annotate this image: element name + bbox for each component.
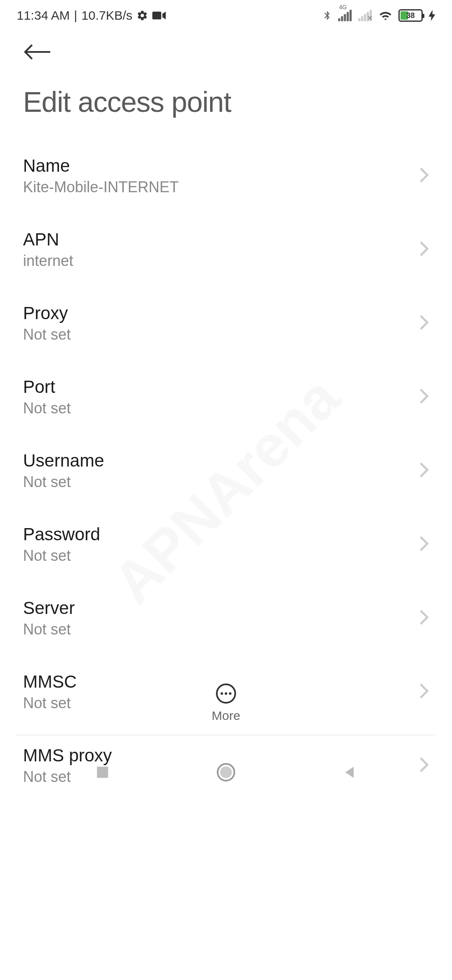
setting-value: Kite-Mobile-INTERNET: [23, 178, 419, 196]
battery-icon: 38: [398, 9, 423, 22]
setting-label: Password: [23, 524, 419, 544]
status-right: 4G 38: [322, 9, 435, 22]
status-data-rate: 10.7KB/s: [82, 8, 133, 23]
more-label: More: [212, 709, 240, 723]
setting-item-name[interactable]: Name Kite-Mobile-INTERNET: [23, 139, 429, 213]
chevron-right-icon: [419, 388, 429, 406]
setting-value: Not set: [23, 400, 419, 417]
wifi-icon: [378, 10, 393, 21]
gear-icon: [136, 10, 148, 21]
nav-back-button[interactable]: [341, 764, 358, 782]
svg-rect-12: [97, 767, 108, 778]
svg-rect-3: [344, 14, 346, 21]
svg-rect-7: [361, 16, 363, 21]
setting-item-server[interactable]: Server Not set: [23, 581, 429, 655]
setting-value: Not set: [23, 473, 419, 491]
setting-label: Name: [23, 156, 419, 176]
svg-rect-5: [349, 10, 352, 21]
setting-label: Proxy: [23, 303, 419, 323]
charging-icon: [429, 10, 435, 21]
setting-value: internet: [23, 252, 419, 270]
chevron-right-icon: [419, 462, 429, 480]
status-separator: |: [74, 8, 77, 23]
chevron-right-icon: [419, 609, 429, 627]
setting-item-password[interactable]: Password Not set: [23, 508, 429, 581]
status-left: 11:34 AM | 10.7KB/s: [17, 8, 166, 23]
setting-item-port[interactable]: Port Not set: [23, 360, 429, 434]
chevron-right-icon: [419, 240, 429, 259]
setting-label: Port: [23, 377, 419, 397]
camera-icon: [152, 10, 166, 21]
svg-rect-4: [347, 12, 349, 21]
chevron-right-icon: [419, 167, 429, 185]
setting-item-proxy[interactable]: Proxy Not set: [23, 286, 429, 360]
svg-rect-2: [341, 16, 343, 21]
back-button[interactable]: [23, 39, 52, 64]
chevron-right-icon: [419, 314, 429, 333]
setting-item-apn[interactable]: APN internet: [23, 213, 429, 286]
setting-label: Username: [23, 451, 419, 471]
header: Edit access point: [0, 27, 452, 118]
svg-rect-8: [364, 14, 366, 21]
setting-value: Not set: [23, 547, 419, 565]
nav-recent-button[interactable]: [94, 764, 111, 782]
nav-home-button[interactable]: [216, 762, 236, 784]
svg-point-14: [220, 766, 232, 778]
battery-percent: 38: [400, 11, 421, 20]
page-title: Edit access point: [23, 85, 429, 118]
status-bar: 11:34 AM | 10.7KB/s 4G: [0, 0, 452, 27]
status-time: 11:34 AM: [17, 8, 70, 23]
setting-label: Server: [23, 598, 419, 618]
signal-icon-2: [358, 10, 372, 21]
signal-icon-4g: 4G: [338, 10, 352, 21]
setting-value: Not set: [23, 621, 419, 638]
svg-rect-0: [152, 12, 161, 20]
more-icon: [216, 683, 236, 704]
divider: [17, 735, 435, 735]
chevron-right-icon: [419, 535, 429, 554]
setting-value: Not set: [23, 326, 419, 343]
bluetooth-icon: [322, 9, 332, 22]
navigation-bar: [0, 744, 452, 802]
more-button[interactable]: More: [0, 683, 452, 723]
setting-item-username[interactable]: Username Not set: [23, 434, 429, 508]
setting-label: APN: [23, 230, 419, 250]
svg-rect-6: [358, 18, 360, 21]
svg-rect-1: [338, 18, 340, 21]
